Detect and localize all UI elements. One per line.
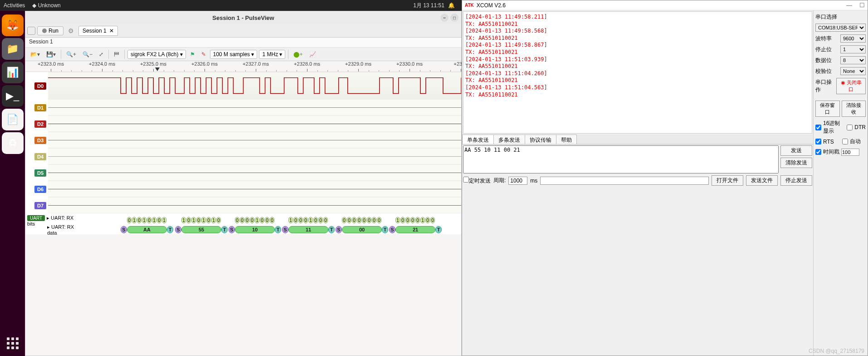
cursors-icon[interactable]: ⛿ — [112, 50, 122, 59]
bit-cell: 0 — [216, 217, 221, 223]
bit-cell: 0 — [352, 217, 356, 223]
open-file-button[interactable]: 打开文件 — [712, 175, 743, 186]
maximize-icon[interactable]: □ — [450, 14, 458, 22]
bit-cell: 0 — [410, 217, 415, 223]
send-textarea[interactable] — [463, 145, 779, 173]
files-icon[interactable]: 📁 — [2, 38, 24, 60]
stop-send-button[interactable]: 停止发送 — [780, 175, 812, 186]
signals-area[interactable]: D0D1D2D3D4D5D6D7 UART▸ UART: RX bits 010… — [25, 72, 461, 234]
tab-single-send[interactable]: 单条发送 — [462, 135, 494, 144]
channel-D5[interactable]: D5 — [25, 164, 461, 181]
data-byte: 11 — [288, 226, 328, 233]
ruler-cursor[interactable] — [155, 67, 160, 71]
file-path-input[interactable] — [540, 177, 709, 185]
channels-icon[interactable]: ⚑ — [188, 50, 197, 59]
rate-selector[interactable]: 1 MHz ▾ — [259, 50, 285, 59]
bit-cell: 1 — [181, 217, 186, 223]
tab-help[interactable]: 帮助 — [556, 135, 577, 144]
stop-bit: T — [275, 226, 281, 233]
bit-cell: 0 — [313, 217, 318, 223]
uart-bits-row: UART▸ UART: RX bits 01010101101010100000… — [25, 216, 461, 225]
timestamp-checkbox[interactable] — [815, 149, 821, 155]
channel-D4[interactable]: D4 — [25, 148, 461, 164]
trash-icon[interactable]: ♻ — [2, 132, 24, 154]
start-bit: S — [282, 226, 288, 233]
xcom-logo-icon: ATK — [465, 3, 474, 8]
bit-cell: 0 — [367, 217, 371, 223]
probe-icon[interactable]: ✎ — [199, 50, 208, 59]
bit-cell: 0 — [415, 217, 420, 223]
xcom-titlebar[interactable]: ATK XCOM V2.6 — ☐ — [462, 0, 868, 10]
channel-D2[interactable]: D2 — [25, 115, 461, 132]
open-icon[interactable]: 📂▾ — [28, 50, 42, 59]
port-select[interactable]: COM18:USB-SERIAL CH — [815, 24, 866, 32]
clear-recv-button[interactable]: 清除接收 — [842, 101, 866, 117]
hex-display-checkbox[interactable] — [815, 125, 821, 130]
timed-send-checkbox[interactable]: 定时发送 — [463, 177, 491, 185]
channel-D1[interactable]: D1 — [25, 99, 461, 115]
data-byte: 00 — [342, 226, 382, 233]
auto-checkbox[interactable] — [842, 139, 848, 144]
device-selector[interactable]: sigrok FX2 LA (8ch) ▾ — [127, 50, 186, 59]
bit-cell: 1 — [201, 217, 206, 223]
terminal-icon[interactable]: ▶_ — [2, 85, 24, 107]
activities-button[interactable]: Activities — [4, 2, 25, 9]
clock[interactable]: 1月 13 11:51 — [413, 2, 444, 10]
timestamp-input[interactable] — [841, 149, 859, 156]
minimize-icon[interactable]: — — [846, 2, 852, 9]
baud-select[interactable]: 9600 — [840, 34, 866, 43]
save-window-button[interactable]: 保存窗口 — [815, 101, 840, 117]
time-ruler[interactable]: +2323.0 ms+2324.0 ms+2325.0 ms+2326.0 ms… — [25, 61, 461, 72]
data-byte: 21 — [395, 226, 435, 233]
bell-icon[interactable]: 🔔 — [448, 2, 455, 9]
math-icon[interactable]: 📈 — [307, 50, 318, 59]
stopbits-select[interactable]: 1 — [840, 45, 866, 53]
bit-cell: 0 — [405, 217, 410, 223]
channel-D3[interactable]: D3 — [25, 132, 461, 148]
session-tab[interactable]: Session 1✕ — [78, 26, 118, 36]
bit-cell: 1 — [395, 217, 400, 223]
pulseview-icon[interactable]: 📊 — [2, 62, 24, 83]
databits-select[interactable]: 8 — [840, 56, 866, 64]
bit-cell: 1 — [211, 217, 216, 223]
parity-select[interactable]: None — [840, 67, 866, 75]
texteditor-icon[interactable]: 📄 — [2, 109, 24, 130]
send-button[interactable]: 发送 — [780, 145, 812, 156]
close-icon[interactable]: ✕ — [109, 28, 114, 34]
zoomfit-icon[interactable]: ⤢ — [97, 50, 106, 59]
bit-cell: 1 — [142, 217, 146, 223]
decoder-add-icon[interactable]: ⬤+ — [291, 50, 305, 59]
apps-grid-icon[interactable] — [4, 334, 22, 352]
tab-multi-send[interactable]: 多条发送 — [493, 135, 525, 144]
pv-subtitle: Session 1 — [25, 38, 461, 48]
xcom-window: ATK XCOM V2.6 — ☐ [2024-01-13 11:49:58.2… — [462, 0, 868, 356]
start-bit: S — [336, 226, 342, 233]
bit-cell: 0 — [400, 217, 405, 223]
zoomout-icon[interactable]: 🔍− — [80, 50, 95, 59]
firefox-icon[interactable]: 🦊 — [2, 14, 24, 36]
receive-log[interactable]: [2024-01-13 11:49:58.211] TX: AA55101100… — [463, 11, 812, 134]
rts-checkbox[interactable] — [815, 139, 821, 144]
new-session-button[interactable] — [27, 27, 35, 35]
dtr-checkbox[interactable] — [847, 125, 853, 130]
bit-cell: 0 — [372, 217, 376, 223]
save-icon[interactable]: 💾▾ — [44, 50, 58, 59]
period-input[interactable] — [508, 177, 527, 185]
settings-icon[interactable]: ⚙ — [65, 27, 77, 34]
run-button[interactable]: Run — [37, 26, 63, 35]
samples-selector[interactable]: 100 M samples ▾ — [210, 50, 258, 59]
pv-titlebar[interactable]: Session 1 - PulseView – □ — [25, 11, 461, 24]
zoomin-icon[interactable]: 🔍+ — [64, 50, 78, 59]
send-file-button[interactable]: 发送文件 — [746, 175, 778, 186]
channel-D0[interactable]: D0 — [25, 72, 461, 99]
close-port-button[interactable]: ◉ 关闭串口 — [836, 78, 866, 94]
app-menu[interactable]: ◆ Unknown — [32, 2, 60, 9]
maximize-icon[interactable]: ☐ — [859, 2, 865, 9]
bit-cell: 1 — [162, 217, 166, 223]
channel-D6[interactable]: D6 — [25, 181, 461, 197]
minimize-icon[interactable]: – — [440, 14, 449, 22]
tab-protocol[interactable]: 协议传输 — [525, 135, 556, 144]
channel-D7[interactable]: D7 — [25, 197, 461, 213]
clear-send-button[interactable]: 清除发送 — [780, 158, 812, 168]
bit-cell: 0 — [347, 217, 351, 223]
